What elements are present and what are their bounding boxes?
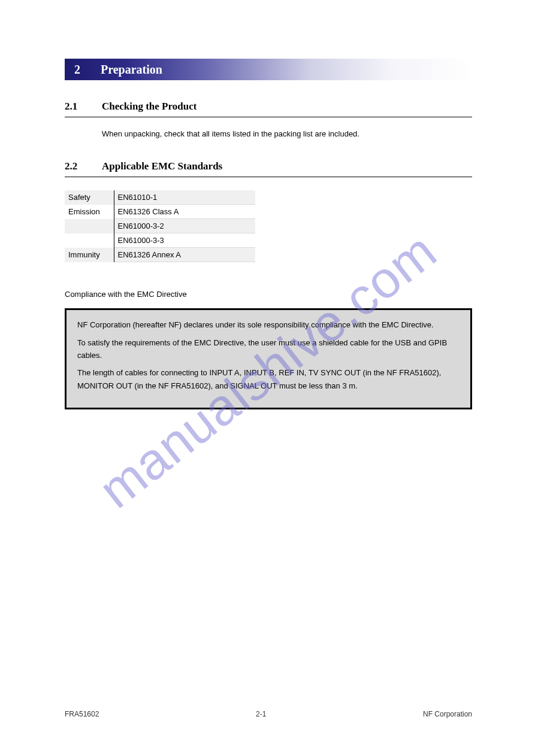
table-row: Safety EN61010-1 [65, 190, 255, 205]
page-footer: FRA51602 2-1 NF Corporation [65, 710, 472, 718]
cell-key: Immunity [65, 248, 114, 262]
table-row: Immunity EN61326 Annex A [65, 248, 255, 262]
cell-val: EN61000-3-2 [114, 219, 255, 233]
chapter-title: Preparation [98, 63, 162, 77]
section-title: Checking the Product [102, 101, 197, 113]
section-rule [65, 117, 472, 117]
section-rule [65, 177, 472, 177]
cell-key: Emission [65, 205, 114, 219]
cell-key [65, 219, 114, 233]
chapter-banner: 2 Preparation [65, 59, 472, 80]
compliance-box: NF Corporation (hereafter NF) declares u… [65, 308, 472, 409]
cell-val: EN61326 Annex A [114, 248, 255, 262]
cell-key [65, 233, 114, 248]
section-title: Applicable EMC Standards [102, 160, 222, 172]
compliance-lead: Compliance with the EMC Directive [65, 290, 472, 299]
chapter-number: 2 [65, 63, 98, 77]
footer-right: NF Corporation [423, 710, 472, 718]
section-number: 2.2 [65, 160, 91, 172]
section-number: 2.1 [65, 101, 91, 113]
cell-val: EN61000-3-3 [114, 233, 255, 248]
table-row: Emission EN61326 Class A [65, 205, 255, 219]
cell-val: EN61010-1 [114, 190, 255, 205]
cell-key: Safety [65, 190, 114, 205]
compliance-p2: To satisfy the requirements of the EMC D… [77, 336, 460, 362]
table-row: EN61000-3-3 [65, 233, 255, 248]
table-row: EN61000-3-2 [65, 219, 255, 233]
footer-left: FRA51602 [65, 710, 99, 718]
cell-val: EN61326 Class A [114, 205, 255, 219]
section-2.1-heading: 2.1 Checking the Product [65, 101, 472, 113]
section-body: When unpacking, check that all items lis… [102, 128, 472, 140]
section-2.2-heading: 2.2 Applicable EMC Standards [65, 160, 472, 172]
compliance-p3: The length of cables for connecting to I… [77, 366, 460, 392]
compliance-p1: NF Corporation (hereafter NF) declares u… [77, 318, 460, 331]
footer-center: 2-1 [99, 710, 423, 718]
standards-table: Safety EN61010-1 Emission EN61326 Class … [65, 190, 255, 262]
